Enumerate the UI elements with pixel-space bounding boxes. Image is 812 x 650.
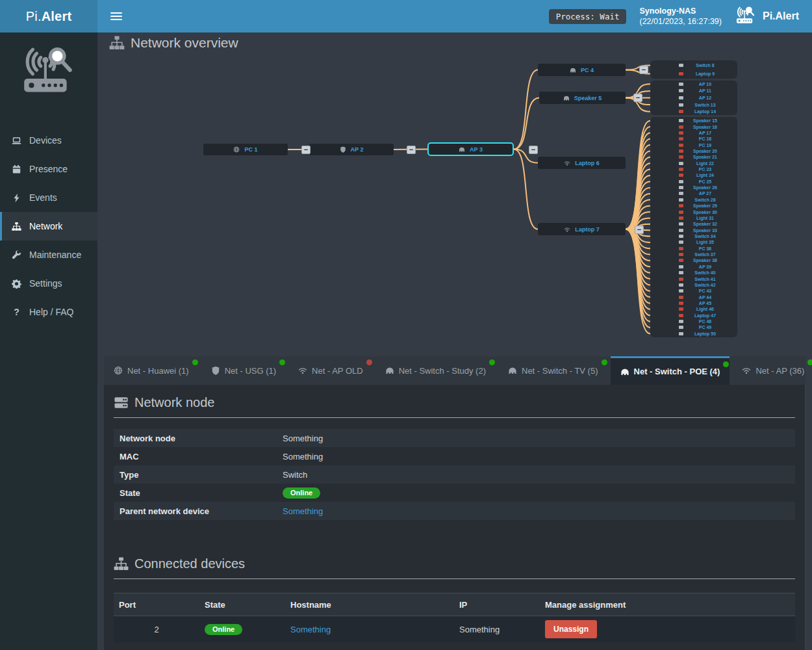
host-name: Synology-NAS <box>639 6 722 16</box>
leaf-device-link[interactable]: PC 48 <box>683 319 727 324</box>
leaf-device-link[interactable]: Laptop 47 <box>683 313 727 318</box>
leaf-device-row: Speaker 32 <box>650 221 737 227</box>
switch-icon <box>620 367 629 376</box>
network-node-pc-4[interactable]: PC 4 <box>538 64 626 76</box>
sidebar-toggle-icon[interactable] <box>110 12 122 21</box>
sidebar-item-help-faq[interactable]: ? Help / FAQ <box>0 298 97 326</box>
leaf-device-link[interactable]: PC 23 <box>683 167 727 172</box>
network-node-pc-1[interactable]: PC 1 <box>203 144 288 155</box>
leaf-device-link[interactable]: Speaker 38 <box>683 258 727 263</box>
leaf-device-link[interactable]: Speaker 33 <box>683 228 727 233</box>
wifi-icon <box>742 366 751 375</box>
leaf-device-link[interactable]: Switch 34 <box>683 234 727 239</box>
network-node-speaker-5[interactable]: Speaker 5 <box>539 92 626 104</box>
node-label: AP 2 <box>351 146 364 153</box>
top-navbar: Pi.Alert Process: Wait Synology-NAS (22/… <box>0 0 812 32</box>
tab-net-huawei-1[interactable]: Net - Huawei (1) <box>104 356 199 385</box>
leaf-device-link[interactable]: AP 44 <box>683 295 727 300</box>
detail-value: Something <box>283 434 323 443</box>
leaf-device-link[interactable]: AP 17 <box>683 131 727 135</box>
tab-net-switch-tv-5[interactable]: Net - Switch - TV (5) <box>498 356 608 385</box>
unassign-button[interactable]: Unassign <box>545 620 597 638</box>
device-state-icon <box>679 320 683 323</box>
device-state-icon <box>679 278 683 281</box>
leaf-device-link[interactable]: AP 11 <box>683 88 727 93</box>
collapse-toggle-icon[interactable]: − <box>407 146 416 154</box>
wifi-icon <box>564 160 570 166</box>
sidebar-item-maintenance[interactable]: Maintenance <box>0 240 97 269</box>
tab-net-switch-poe-4[interactable]: Net - Switch - POE (4) <box>611 356 730 385</box>
leaf-device-link[interactable]: Light 31 <box>683 216 727 220</box>
detail-label: MAC <box>114 452 283 462</box>
leaf-device-link[interactable]: PC 19 <box>683 143 727 148</box>
leaf-device-link[interactable]: Laptop 9 <box>683 72 727 76</box>
leaf-device-link[interactable]: AP 27 <box>683 191 727 196</box>
sidebar-item-network[interactable]: Network <box>0 212 97 240</box>
device-state-icon <box>679 283 683 287</box>
leaf-device-link[interactable]: Switch 37 <box>683 252 727 257</box>
switch-icon <box>563 95 570 101</box>
leaf-device-link[interactable]: Laptop 14 <box>683 109 727 114</box>
detail-label: Network node <box>114 434 283 443</box>
app-logo[interactable]: Pi.Alert <box>0 0 97 32</box>
network-node-ap-3[interactable]: AP 3 <box>427 142 514 156</box>
leaf-device-link[interactable]: Switch 41 <box>683 277 727 281</box>
leaf-device-link[interactable]: PC 36 <box>683 246 727 251</box>
leaf-device-row: Light 24 <box>650 172 737 178</box>
network-node-ap-2[interactable]: AP 2 <box>309 144 394 155</box>
leaf-device-link[interactable]: Speaker 21 <box>683 155 727 159</box>
sidebar-item-events[interactable]: Events <box>0 183 97 212</box>
tab-net-ap-old[interactable]: Net - AP OLD <box>288 356 373 385</box>
leaf-device-link[interactable]: Switch 8 <box>683 63 727 68</box>
leaf-device-row: Speaker 33 <box>650 227 737 233</box>
device-state-icon <box>679 155 683 159</box>
tab-net-usg-1[interactable]: Net - USG (1) <box>201 356 286 385</box>
network-node-laptop-6[interactable]: Laptop 6 <box>538 157 626 169</box>
leaf-device-link[interactable]: AP 12 <box>683 96 727 100</box>
collapse-toggle-icon[interactable]: − <box>301 146 311 154</box>
leaf-device-link[interactable]: PC 18 <box>683 136 727 141</box>
tab-label: Net - Switch - Study (2) <box>399 366 486 376</box>
sidebar-item-settings[interactable]: Settings <box>0 269 97 298</box>
parent-device-link[interactable]: Something <box>283 506 323 516</box>
leaf-device-link[interactable]: Switch 42 <box>683 283 727 287</box>
leaf-device-link[interactable]: Speaker 20 <box>683 149 727 153</box>
leaf-device-link[interactable]: PC 43 <box>683 289 727 293</box>
sidebar-item-devices[interactable]: Devices <box>0 126 97 155</box>
leaf-device-link[interactable]: Speaker 15 <box>683 118 727 123</box>
leaf-device-link[interactable]: Switch 40 <box>683 270 727 275</box>
leaf-device-link[interactable]: Laptop 50 <box>683 332 727 336</box>
leaf-device-link[interactable]: PC 49 <box>683 325 727 330</box>
leaf-device-link[interactable]: Light 22 <box>683 161 727 166</box>
leaf-device-link[interactable]: Light 35 <box>683 240 727 244</box>
leaf-device-link[interactable]: Speaker 29 <box>683 203 727 208</box>
collapse-toggle-icon[interactable]: − <box>639 66 648 74</box>
leaf-device-link[interactable]: AP 45 <box>683 301 727 306</box>
leaf-device-link[interactable]: AP 10 <box>683 82 727 86</box>
leaf-device-link[interactable]: Light 24 <box>683 173 727 177</box>
device-state-icon <box>679 216 683 220</box>
tab-label: Net - USG (1) <box>225 366 276 376</box>
collapse-toggle-icon[interactable]: − <box>633 94 642 102</box>
hostname-link[interactable]: Something <box>290 625 331 634</box>
leaf-device-link[interactable]: Switch 28 <box>683 198 727 202</box>
leaf-device-link[interactable]: Switch 13 <box>683 103 727 107</box>
leaf-device-link[interactable]: AP 39 <box>683 265 727 269</box>
collapse-toggle-icon[interactable]: − <box>635 226 644 234</box>
device-state-icon <box>679 64 683 67</box>
leaf-device-link[interactable]: Speaker 26 <box>683 185 727 190</box>
network-node-laptop-7[interactable]: Laptop 7 <box>538 223 626 235</box>
leaf-device-link[interactable]: PC 25 <box>683 179 727 184</box>
node-label: Laptop 6 <box>575 160 600 166</box>
device-state-icon <box>679 89 683 92</box>
sidebar-item-presence[interactable]: Presence <box>0 155 97 183</box>
leaf-device-link[interactable]: Speaker 32 <box>683 222 727 226</box>
tab-net-switch-study-2[interactable]: Net - Switch - Study (2) <box>375 356 496 385</box>
leaf-device-link[interactable]: Speaker 16 <box>683 125 727 129</box>
tab-net-ap-36[interactable]: Net - AP (36) <box>732 356 812 385</box>
collapse-toggle-icon[interactable]: − <box>529 146 538 154</box>
page-title: Network overview <box>109 35 238 51</box>
leaf-device-row: AP 11 <box>650 88 737 95</box>
leaf-device-link[interactable]: Light 46 <box>683 307 727 311</box>
leaf-device-link[interactable]: Speaker 30 <box>683 210 727 214</box>
